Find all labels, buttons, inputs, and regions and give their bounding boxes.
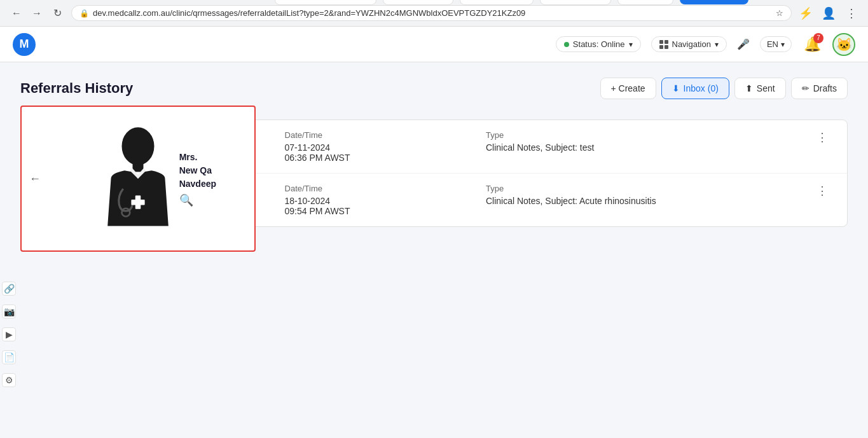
user-avatar[interactable]: 🐱 xyxy=(832,33,855,56)
datetime-column: Date/Time 07-11-2024 06:36 PM AWST xyxy=(285,130,473,163)
end-date-picker[interactable]: 📅 End Date xyxy=(540,0,610,5)
inbox-label: Inbox (0) xyxy=(684,83,719,93)
type-column-header: Type xyxy=(486,184,800,193)
type-column: Type Clinical Notes, Subject: test xyxy=(486,130,800,153)
microphone-icon[interactable]: 🎤 xyxy=(737,38,750,50)
datetime-column-header: Date/Time xyxy=(285,130,473,140)
left-sidebar: 🔗 📷 ▶ 📄 ⚙ xyxy=(0,0,18,438)
create-button[interactable]: + Create xyxy=(600,78,656,99)
inbox-button[interactable]: ⬇ Inbox (0) xyxy=(661,78,729,99)
row-actions: ⋮ xyxy=(813,184,832,198)
navigation-label: Navigation xyxy=(672,39,711,49)
sidebar-video-icon[interactable]: ▶ xyxy=(2,327,16,341)
patient-filter-dropdown[interactable]: Patient N... xyxy=(383,0,453,5)
popup-search-icon[interactable]: 🔍 xyxy=(179,193,193,207)
extensions-icon[interactable]: ⚡ xyxy=(797,4,815,22)
popup-back-button[interactable]: ← xyxy=(29,172,41,186)
status-dot xyxy=(564,42,569,47)
lang-chevron xyxy=(781,39,785,49)
browser-actions: ⚡ 👤 ⋮ xyxy=(797,4,860,22)
search-bar: Patient N... 📅 Start Date 📅 End Date ↺ R… xyxy=(275,0,848,5)
row-actions: ⋮ xyxy=(813,130,832,144)
sidebar-settings-icon[interactable]: ⚙ xyxy=(2,373,16,387)
navigation-pill[interactable]: Navigation xyxy=(651,36,727,52)
forward-button[interactable]: → xyxy=(28,4,46,22)
keyword-input[interactable] xyxy=(275,0,376,5)
datetime-column-header: Date/Time xyxy=(285,184,473,193)
type-value: Clinical Notes, Subject: Acute rhinosinu… xyxy=(486,196,800,206)
address-lock-icon: 🔒 xyxy=(79,9,89,18)
header-right: Status: Online Navigation 🎤 EN 🔔 7 🐱 xyxy=(556,33,855,56)
sidebar-link-icon[interactable]: 🔗 xyxy=(2,282,16,296)
doctor-silhouette xyxy=(93,125,183,233)
bookmark-icon[interactable]: ☆ xyxy=(776,8,783,18)
reset-button[interactable]: ↺ Reset xyxy=(617,0,674,5)
popup-card: ← Mrs.New QaNavdeep 🔍 xyxy=(20,106,256,252)
sidebar-document-icon[interactable]: 📄 xyxy=(2,350,16,364)
refresh-button[interactable]: ↻ xyxy=(48,4,66,22)
sidebar-camera-icon[interactable]: 📷 xyxy=(2,305,16,318)
sent-icon: ⬆ xyxy=(745,83,753,93)
menu-icon[interactable]: ⋮ xyxy=(843,4,860,22)
profile-icon[interactable]: 👤 xyxy=(820,4,837,22)
app-header: M Status: Online Navigation 🎤 EN 🔔 7 🐱 xyxy=(0,27,868,62)
main-content: Referrals History + Create ⬇ Inbox (0) ⬆… xyxy=(0,62,868,438)
svg-rect-4 xyxy=(131,200,144,205)
sent-button[interactable]: ⬆ Sent xyxy=(734,78,786,99)
sent-label: Sent xyxy=(757,83,775,93)
datetime-value: 18-10-2024 09:54 PM AWST xyxy=(285,196,473,216)
grid-icon xyxy=(659,40,668,49)
drafts-label: Drafts xyxy=(813,83,837,93)
search-button[interactable]: 🔍 Search xyxy=(680,0,748,4)
datetime-value: 07-11-2024 06:36 PM AWST xyxy=(285,142,473,163)
address-text: dev.medcallz.com.au/clinic/qrmessages/re… xyxy=(93,8,772,18)
avatar-image: 🐱 xyxy=(836,37,852,52)
inbox-icon: ⬇ xyxy=(672,83,680,93)
header-actions: + Create ⬇ Inbox (0) ⬆ Sent ✏ Drafts xyxy=(600,78,848,99)
svg-point-0 xyxy=(122,127,155,165)
popup-doctor-name: Mrs.New QaNavdeep xyxy=(179,151,216,191)
page-title: Referrals History xyxy=(20,80,133,97)
drafts-icon: ✏ xyxy=(802,83,809,93)
drafts-button[interactable]: ✏ Drafts xyxy=(791,78,848,99)
start-date-picker[interactable]: 📅 Start Date xyxy=(460,0,534,5)
address-bar[interactable]: 🔒 dev.medcallz.com.au/clinic/qrmessages/… xyxy=(71,5,792,21)
status-pill[interactable]: Status: Online xyxy=(556,36,641,52)
datetime-column: Date/Time 18-10-2024 09:54 PM AWST xyxy=(285,184,473,216)
status-label: Status: Online xyxy=(573,39,625,49)
type-value: Clinical Notes, Subject: test xyxy=(486,142,800,153)
type-column: Type Clinical Notes, Subject: Acute rhin… xyxy=(486,184,800,206)
doctor-avatar-icon xyxy=(93,125,183,233)
notification-badge: 7 xyxy=(813,33,823,43)
language-label: EN xyxy=(767,39,778,49)
nav-chevron xyxy=(715,39,719,49)
type-column-header: Type xyxy=(486,130,800,140)
notification-button[interactable]: 🔔 7 xyxy=(802,34,822,55)
more-options-button[interactable]: ⋮ xyxy=(816,184,828,198)
language-pill[interactable]: EN xyxy=(760,36,792,52)
page-header: Referrals History + Create ⬇ Inbox (0) ⬆… xyxy=(20,78,848,99)
more-options-button[interactable]: ⋮ xyxy=(816,130,828,144)
status-chevron xyxy=(629,39,633,49)
